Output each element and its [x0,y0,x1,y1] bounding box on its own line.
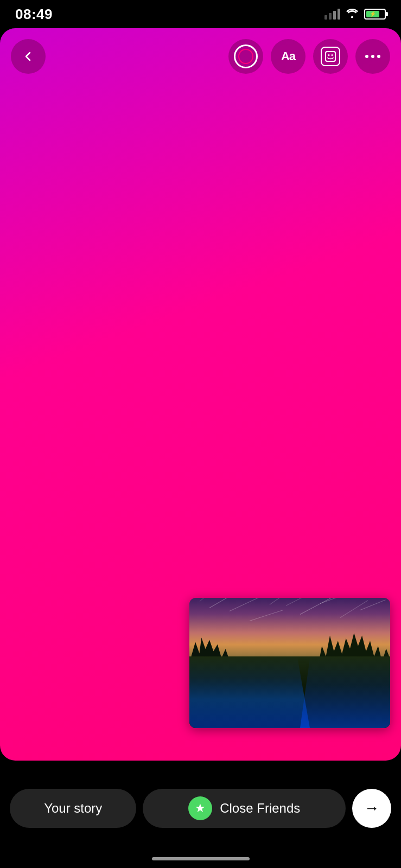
text-icon: Aa [281,49,295,63]
status-bar: 08:49 ⚡ [0,0,401,28]
text-button[interactable]: Aa [271,39,305,74]
your-story-button[interactable]: Your story [10,789,136,828]
home-indicator [152,857,250,860]
back-button[interactable] [11,39,46,74]
sticker-icon [321,47,340,66]
status-icons: ⚡ [324,8,386,21]
toolbar-left [11,39,46,74]
sticker-button[interactable] [313,39,348,74]
more-button[interactable] [355,39,390,74]
close-friends-label: Close Friends [220,801,300,816]
arrow-icon: → [364,800,379,817]
photo-thumbnail[interactable] [189,598,390,728]
story-canvas: Aa [0,28,401,761]
close-friends-button[interactable]: ★ Close Friends [143,789,346,828]
bottom-bar: Your story ★ Close Friends → [0,781,401,835]
blue-streaks [189,656,310,728]
battery-icon: ⚡ [364,9,386,20]
signal-icon [324,9,340,20]
svg-point-1 [328,54,330,56]
svg-rect-0 [326,52,335,61]
toolbar-right: Aa [228,39,390,74]
toolbar: Aa [0,39,401,74]
svg-point-2 [332,54,333,56]
more-icon [365,55,380,58]
photo-image [189,598,390,728]
wifi-icon [346,8,359,21]
close-friends-star-icon: ★ [188,796,212,820]
your-story-label: Your story [44,801,102,816]
camera-button[interactable] [228,39,263,74]
send-arrow-button[interactable]: → [352,789,391,828]
ground-layer [189,656,390,728]
status-time: 08:49 [15,6,53,23]
